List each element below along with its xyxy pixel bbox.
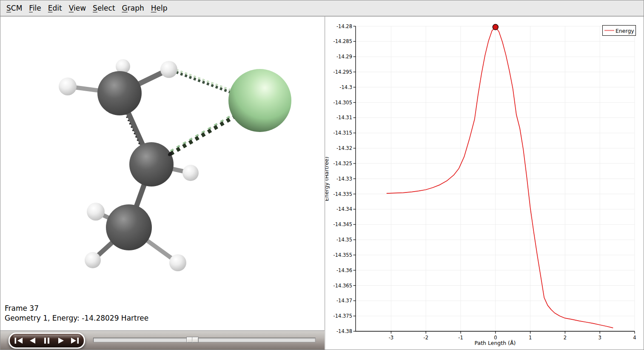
y-tick-label: -14.335 [333, 191, 352, 197]
x-tick-label: -3 [389, 335, 393, 341]
atom-green[interactable] [228, 69, 291, 132]
menu-item-select[interactable]: Select [93, 4, 115, 12]
y-tick-label: -14.345 [333, 221, 352, 227]
y-tick-label: -14.3 [339, 84, 352, 90]
y-axis-title: Energy (Hartree) [325, 157, 330, 201]
y-tick-label: -14.325 [333, 161, 352, 166]
coordination-bond-light [176, 70, 230, 90]
frame-status: Frame 37 [5, 304, 148, 313]
play-backward-button[interactable] [28, 337, 38, 344]
menu-item-graph[interactable]: Graph [122, 4, 144, 12]
x-tick-label: 2 [564, 335, 567, 341]
geometry-status: Geometry 1, Energy: -14.28029 Hartree [5, 313, 148, 323]
atom-carbon[interactable] [97, 71, 142, 115]
atom-hydrogen[interactable] [182, 165, 199, 181]
x-tick-label: -2 [423, 335, 428, 341]
x-tick-label: 3 [598, 335, 601, 341]
atom-hydrogen[interactable] [59, 77, 77, 95]
y-tick-label: -14.315 [333, 130, 352, 136]
y-tick-label: -14.365 [333, 283, 352, 289]
coordination-bond [171, 117, 234, 154]
coordination-bond-light [171, 114, 234, 151]
y-tick-label: -14.285 [333, 38, 352, 44]
first-frame-button[interactable] [14, 337, 24, 344]
menu-item-edit[interactable]: Edit [48, 4, 62, 12]
y-tick-label: -14.34 [336, 206, 352, 212]
atom-carbon[interactable] [106, 204, 152, 250]
x-axis-title: Path Length (Å) [475, 340, 516, 346]
play-right-icon [56, 338, 66, 344]
y-tick-label: -14.305 [333, 100, 352, 106]
y-tick-label: -14.37 [336, 298, 352, 304]
skip-to-end-icon [70, 338, 80, 344]
atom-hydrogen[interactable] [87, 203, 105, 221]
menu-item-scm[interactable]: SCM [6, 4, 22, 12]
play-left-icon [28, 338, 37, 344]
menu-bar: SCMFileEditViewSelectGraphHelp [0, 0, 644, 17]
atom-hydrogen[interactable] [85, 252, 101, 268]
x-tick-label: 1 [529, 335, 532, 341]
energy-curve [387, 27, 613, 328]
y-tick-label: -14.375 [333, 313, 352, 319]
last-frame-button[interactable] [70, 337, 80, 344]
x-tick-label: 4 [633, 335, 636, 341]
atom-hydrogen[interactable] [169, 254, 186, 271]
molecule-3d-view[interactable] [0, 17, 325, 330]
molecule-viewer[interactable]: Frame 37 Geometry 1, Energy: -14.28029 H… [0, 17, 325, 330]
atom-hydrogen[interactable] [160, 61, 177, 78]
y-tick-label: -14.32 [336, 145, 352, 151]
energy-plot[interactable]: -14.28-14.285-14.29-14.295-14.3-14.305-1… [325, 17, 644, 350]
y-tick-label: -14.36 [336, 267, 352, 273]
frame-slider[interactable] [93, 338, 316, 342]
y-tick-label: -14.35 [336, 237, 352, 243]
pause-button[interactable] [42, 337, 52, 344]
legend-label: Energy [616, 28, 634, 34]
y-tick-label: -14.31 [336, 115, 352, 120]
y-tick-label: -14.28 [336, 23, 352, 29]
y-tick-label: -14.29 [336, 54, 352, 60]
atom-carbon[interactable] [129, 142, 174, 186]
adfmovie-window: SCMFileEditViewSelectGraphHelp Frame 37 … [0, 0, 644, 350]
menu-item-help[interactable]: Help [151, 4, 168, 12]
current-frame-marker[interactable] [493, 24, 498, 30]
coordination-bond [176, 72, 230, 92]
energy-chart-panel: -14.28-14.285-14.29-14.295-14.3-14.305-1… [325, 17, 644, 350]
frame-slider-handle[interactable] [186, 337, 199, 343]
x-tick-label: -1 [458, 335, 463, 341]
menu-item-file[interactable]: File [29, 4, 41, 12]
y-tick-label: -14.295 [333, 69, 352, 75]
pause-icon [42, 338, 51, 344]
y-tick-label: -14.38 [336, 328, 352, 334]
playback-controls [9, 333, 85, 349]
play-forward-button[interactable] [56, 337, 66, 344]
menu-item-view[interactable]: View [69, 4, 86, 12]
y-tick-label: -14.355 [333, 252, 352, 258]
playback-bar [0, 330, 325, 350]
y-tick-label: -14.33 [336, 176, 352, 182]
status-text: Frame 37 Geometry 1, Energy: -14.28029 H… [5, 304, 148, 323]
skip-to-start-icon [14, 338, 23, 344]
